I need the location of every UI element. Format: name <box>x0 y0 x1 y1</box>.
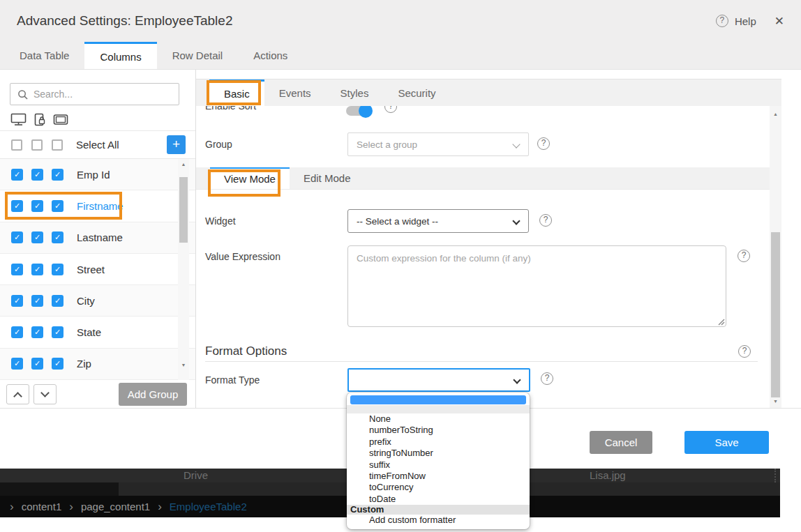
breadcrumb-item-page-content1[interactable]: page_content1 <box>81 501 150 512</box>
tab-edit-mode[interactable]: Edit Mode <box>290 167 365 189</box>
tab-row-detail[interactable]: Row Detail <box>157 42 239 69</box>
checkbox-checked[interactable]: ✓ <box>11 358 23 370</box>
format-options-title: Format Options <box>205 344 287 358</box>
save-button[interactable]: Save <box>684 431 769 454</box>
dropdown-option-tocurrency[interactable]: toCurrency <box>347 482 530 493</box>
checkbox-checked[interactable]: ✓ <box>11 295 23 307</box>
group-select-value: Select a group <box>357 139 417 150</box>
search-box[interactable] <box>10 83 179 105</box>
format-type-help-icon[interactable]: ? <box>541 372 553 385</box>
screen: Advanced Settings: EmployeeTable2 ? Help… <box>0 0 801 532</box>
scroll-down-icon[interactable]: ▼ <box>178 363 189 367</box>
checkbox-checked[interactable]: ✓ <box>31 231 43 243</box>
checkbox-checked[interactable]: ✓ <box>11 264 23 275</box>
format-type-select[interactable] <box>347 368 530 392</box>
dropdown-option-prefix[interactable]: prefix <box>347 436 530 448</box>
dropdown-option-stringtonumber[interactable]: stringToNumber <box>347 448 530 459</box>
add-column-button[interactable]: + <box>167 135 186 154</box>
column-label: Lastname <box>77 231 123 243</box>
dropdown-option-timefromnow[interactable]: timeFromNow <box>347 471 530 482</box>
checkbox-checked[interactable]: ✓ <box>11 326 23 338</box>
column-divider <box>774 469 776 482</box>
column-label: State <box>77 326 101 338</box>
checkbox-checked[interactable]: ✓ <box>31 264 43 275</box>
value-expression-input[interactable] <box>347 245 726 327</box>
value-expression-help-icon[interactable]: ? <box>738 250 750 262</box>
checkbox-checked[interactable]: ✓ <box>52 231 63 243</box>
dropdown-selected-blank-option[interactable] <box>350 395 526 404</box>
tab-security[interactable]: Security <box>383 79 450 106</box>
mobile-icon[interactable] <box>33 113 47 126</box>
column-row-firstname[interactable]: ✓✓✓ Firstname <box>0 190 195 222</box>
columns-sidebar: Select All + ✓✓✓ Emp Id ✓✓✓ Firstname ✓✓… <box>0 70 196 408</box>
dropdown-option-suffix[interactable]: suffix <box>347 459 530 471</box>
checkbox-checked[interactable]: ✓ <box>52 200 63 212</box>
value-expression-label: Value Expression <box>205 251 280 262</box>
checkbox-checked[interactable]: ✓ <box>52 295 63 307</box>
close-icon[interactable]: ✕ <box>774 14 784 29</box>
select-all-checkbox-desktop[interactable] <box>11 139 22 151</box>
select-all-checkbox-tablet[interactable] <box>52 139 63 151</box>
column-row-state[interactable]: ✓✓✓ State <box>0 317 195 348</box>
select-all-checkbox-mobile[interactable] <box>31 139 43 151</box>
column-row-city[interactable]: ✓✓✓ City <box>0 285 195 317</box>
enable-sort-help-icon[interactable]: ? <box>384 106 397 113</box>
dropdown-option-none[interactable]: None <box>347 413 530 425</box>
sidebar-scrollbar[interactable]: ▲ ▼ <box>178 159 189 380</box>
group-select[interactable]: Select a group <box>347 132 529 156</box>
dropdown-option-numbertostring[interactable]: numberToString <box>347 425 530 436</box>
panel-scroll-area: Enable Sort ? Group Select a group ? Vie… <box>196 106 770 408</box>
move-up-button[interactable] <box>6 384 29 404</box>
breadcrumb-chevron-icon: › <box>158 500 162 514</box>
checkbox-checked[interactable]: ✓ <box>31 326 43 338</box>
checkbox-checked[interactable]: ✓ <box>31 358 43 370</box>
checkbox-checked[interactable]: ✓ <box>11 200 23 212</box>
dropdown-option-todate[interactable]: toDate <box>347 494 530 505</box>
checkbox-checked[interactable]: ✓ <box>31 295 43 307</box>
add-group-button[interactable]: Add Group <box>119 383 187 406</box>
tab-view-mode[interactable]: View Mode <box>210 167 290 189</box>
breadcrumb-item-content1[interactable]: content1 <box>22 501 62 512</box>
checkbox-checked[interactable]: ✓ <box>11 169 23 181</box>
widget-help-icon[interactable]: ? <box>539 214 552 227</box>
help-label[interactable]: Help <box>735 15 756 27</box>
tab-basic[interactable]: Basic <box>209 79 264 106</box>
checkbox-checked[interactable]: ✓ <box>31 169 43 181</box>
search-input[interactable] <box>33 89 159 100</box>
panel-scrollbar-thumb[interactable] <box>771 232 780 397</box>
checkbox-checked[interactable]: ✓ <box>11 231 23 243</box>
move-down-button[interactable] <box>33 384 57 404</box>
tablet-icon[interactable] <box>53 114 68 126</box>
dropdown-option-add-custom-formatter[interactable]: Add custom formatter <box>347 515 530 526</box>
checkbox-checked[interactable]: ✓ <box>52 169 63 181</box>
help-icon[interactable]: ? <box>716 15 728 27</box>
widget-select[interactable]: -- Select a widget -- <box>347 209 529 233</box>
tab-data-table[interactable]: Data Table <box>4 42 84 69</box>
group-help-icon[interactable]: ? <box>537 137 550 150</box>
checkbox-checked[interactable]: ✓ <box>31 200 43 212</box>
chevron-up-icon <box>13 392 22 401</box>
tab-events[interactable]: Events <box>264 79 326 106</box>
enable-sort-toggle[interactable] <box>346 106 373 118</box>
tab-columns[interactable]: Columns <box>84 42 156 69</box>
checkbox-checked[interactable]: ✓ <box>52 264 63 275</box>
widget-label: Widget <box>205 215 236 227</box>
sidebar-scrollbar-thumb[interactable] <box>179 177 188 243</box>
tab-actions[interactable]: Actions <box>238 42 303 69</box>
select-all-label: Select All <box>76 139 119 151</box>
column-row-lastname[interactable]: ✓✓✓ Lastname <box>0 222 195 254</box>
breadcrumb-item-employeetable2[interactable]: EmployeeTable2 <box>170 501 247 512</box>
column-row-emp-id[interactable]: ✓✓✓ Emp Id <box>0 159 195 190</box>
scroll-down-icon[interactable]: ▼ <box>770 399 781 404</box>
checkbox-checked[interactable]: ✓ <box>52 358 63 370</box>
column-row-zip[interactable]: ✓✓✓ Zip <box>0 349 195 380</box>
format-options-help-icon[interactable]: ? <box>738 345 751 358</box>
tab-styles[interactable]: Styles <box>326 79 384 106</box>
scroll-up-icon[interactable]: ▲ <box>770 112 781 116</box>
checkbox-checked[interactable]: ✓ <box>52 326 63 338</box>
column-row-street[interactable]: ✓✓✓ Street <box>0 254 195 285</box>
scroll-up-icon[interactable]: ▲ <box>178 162 189 167</box>
cancel-button[interactable]: Cancel <box>590 431 652 454</box>
desktop-icon[interactable] <box>10 113 27 126</box>
panel-scrollbar[interactable]: ▲ ▼ <box>770 106 781 408</box>
